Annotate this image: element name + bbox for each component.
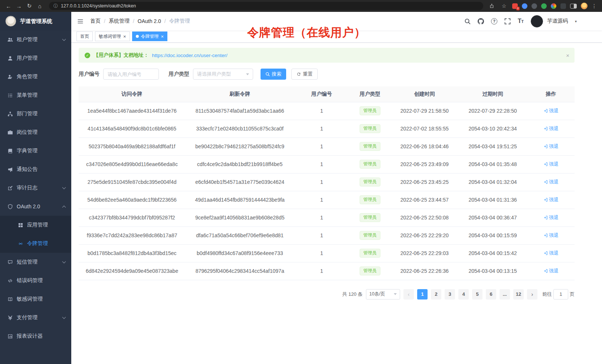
- browser-back-button[interactable]: ←: [4, 1, 13, 11]
- share-icon[interactable]: [488, 2, 496, 10]
- bookmark-star-icon[interactable]: ☆: [500, 2, 508, 10]
- force-logout-button[interactable]: 强退: [543, 268, 559, 274]
- page-button-12[interactable]: 12: [513, 289, 524, 300]
- github-icon[interactable]: [478, 18, 484, 24]
- extension-icon[interactable]: [522, 3, 527, 9]
- sidebar-item-tenant[interactable]: 租户管理: [0, 30, 71, 49]
- sidebar-item-sensitive-word[interactable]: 敏感词管理: [0, 290, 71, 308]
- chevron-down-icon[interactable]: ▾: [575, 19, 577, 23]
- url-text: 127.0.0.1:1024/system/oauth2/token: [61, 3, 136, 9]
- page-ellipsis[interactable]: ...: [500, 289, 510, 300]
- browser-refresh-button[interactable]: ↻: [24, 1, 34, 11]
- pay-icon: [7, 315, 13, 321]
- fullscreen-icon[interactable]: [504, 18, 511, 24]
- browser-forward-button[interactable]: →: [14, 1, 24, 11]
- sidebar-item-label: 部门管理: [17, 110, 37, 117]
- extension-icon[interactable]: [560, 3, 566, 9]
- sidebar-item-dept[interactable]: 部门管理: [0, 105, 71, 123]
- user-id-input[interactable]: [103, 69, 159, 80]
- tab-sensitive-word[interactable]: 敏感词管理×: [95, 32, 130, 41]
- alert-close-icon[interactable]: ×: [566, 52, 569, 59]
- next-page-button[interactable]: ›: [527, 289, 537, 300]
- column-header: 访问令牌: [79, 86, 185, 102]
- sidebar-item-error-code[interactable]: 错误码管理: [0, 271, 71, 290]
- create-time-cell: 2022-06-25 22:50:08: [391, 209, 458, 226]
- refresh-token-cell: b0df4980ffd34c67a08f9156e4eee733: [185, 244, 294, 262]
- user-type-badge: 管理员: [360, 160, 380, 169]
- breadcrumb-item[interactable]: 首页: [90, 18, 101, 24]
- tab-home[interactable]: 首页: [76, 32, 93, 41]
- sidebar-item-pay[interactable]: 支付管理: [0, 308, 71, 327]
- sidebar-item-notice[interactable]: 通知公告: [0, 160, 71, 179]
- table-row: 275e5de9151045fe87cbdc395e004f4de6cfd40e…: [79, 173, 575, 191]
- force-logout-button[interactable]: 强退: [543, 232, 559, 239]
- force-logout-button[interactable]: 强退: [543, 161, 559, 168]
- split-view-icon[interactable]: [570, 4, 577, 9]
- breadcrumb-item[interactable]: OAuth 2.0: [138, 18, 161, 24]
- url-bar[interactable]: ⓘ 127.0.0.1:1024/system/oauth2/token: [49, 2, 483, 10]
- force-logout-button[interactable]: 强退: [543, 143, 559, 150]
- reset-button[interactable]: 重置: [291, 69, 318, 80]
- column-header: 刷新令牌: [185, 86, 294, 102]
- goto-page-input[interactable]: [553, 289, 568, 300]
- page-button-4[interactable]: 4: [458, 289, 469, 300]
- force-logout-button[interactable]: 强退: [543, 179, 559, 185]
- font-size-icon[interactable]: TT: [518, 18, 524, 24]
- page-button-5[interactable]: 5: [472, 289, 482, 300]
- force-logout-button[interactable]: 强退: [543, 250, 559, 257]
- site-info-icon[interactable]: ⓘ: [53, 3, 58, 9]
- tab-close-icon[interactable]: ×: [161, 34, 164, 39]
- user-avatar[interactable]: [531, 15, 543, 27]
- sidebar-item-label: 报表设计器: [17, 333, 43, 340]
- extension-icon[interactable]: 0: [512, 3, 518, 9]
- browser-home-button[interactable]: ⌂: [35, 1, 45, 11]
- sidebar-item-audit-log[interactable]: 审计日志: [0, 179, 71, 197]
- extension-icon[interactable]: [551, 3, 556, 9]
- sidebar-item-label: 短信管理: [17, 259, 37, 265]
- sidebar-item-report[interactable]: 报表设计器: [0, 327, 71, 345]
- app-logo[interactable]: 芋道管理系统: [0, 12, 71, 30]
- sidebar-item-post[interactable]: 岗位管理: [0, 123, 71, 142]
- force-logout-button[interactable]: 强退: [543, 107, 559, 114]
- sidebar-item-menu[interactable]: 菜单管理: [0, 86, 71, 105]
- help-icon[interactable]: ?: [491, 18, 497, 24]
- sidebar-item-oauth2[interactable]: OAuth 2.0: [0, 197, 71, 216]
- main-panel: 首页/系统管理/OAuth 2.0/令牌管理 ? TT 芋道源码 ▾ 首页敏感词…: [71, 12, 602, 364]
- force-logout-button[interactable]: 强退: [543, 125, 559, 132]
- sidebar-item-label: 错误码管理: [17, 277, 43, 284]
- prev-page-button[interactable]: ‹: [403, 289, 414, 300]
- sidebar-item-sms[interactable]: 短信管理: [0, 253, 71, 271]
- sidebar-item-role[interactable]: 角色管理: [0, 67, 71, 86]
- username[interactable]: 芋道源码: [547, 18, 568, 24]
- action-cell: 强退: [527, 155, 575, 173]
- page-button-3[interactable]: 3: [445, 289, 455, 300]
- page-button-2[interactable]: 2: [431, 289, 441, 300]
- search-button[interactable]: 搜索: [261, 69, 286, 80]
- user-type-cell: 管理员: [349, 262, 391, 280]
- page-button-6[interactable]: 6: [486, 289, 496, 300]
- force-logout-button[interactable]: 强退: [543, 196, 559, 203]
- sidebar-item-dict[interactable]: 字典管理: [0, 142, 71, 160]
- access-token-cell: 502375b8040a469a9b82188afdf6af1f: [79, 138, 185, 155]
- sidebar-item-app-manage[interactable]: 应用管理: [0, 216, 71, 234]
- sidebar-item-user[interactable]: 用户管理: [0, 49, 71, 67]
- breadcrumb-item[interactable]: 系统管理: [109, 18, 130, 24]
- tab-token[interactable]: 令牌管理×: [132, 32, 168, 41]
- tab-label: 首页: [80, 33, 89, 40]
- search-icon[interactable]: [464, 18, 471, 24]
- page-size-select[interactable]: 10条/页: [366, 289, 400, 300]
- browser-profile-avatar[interactable]: [581, 3, 588, 9]
- page-button-1[interactable]: 1: [417, 289, 428, 300]
- access-token-cell: f9336e7c7dd242a283ee98dc86b17a87: [79, 226, 185, 244]
- extension-icon[interactable]: [531, 3, 537, 9]
- user-type-select[interactable]: 请选择用户类型: [193, 69, 253, 80]
- sidebar-item-token-manage[interactable]: 令牌管理: [0, 234, 71, 253]
- access-token-cell: 41c41346a548490f9dc8b01c6bfe0865: [79, 120, 185, 138]
- doc-link[interactable]: https://doc.iocoder.cn/user-center/: [152, 53, 228, 58]
- browser-menu-icon[interactable]: ⋮: [592, 3, 597, 9]
- tab-close-icon[interactable]: ×: [123, 34, 126, 39]
- sidebar-collapse-icon[interactable]: [77, 18, 84, 24]
- column-header: 过期时间: [458, 86, 527, 102]
- force-logout-button[interactable]: 强退: [543, 214, 559, 221]
- extension-icon[interactable]: [541, 3, 547, 9]
